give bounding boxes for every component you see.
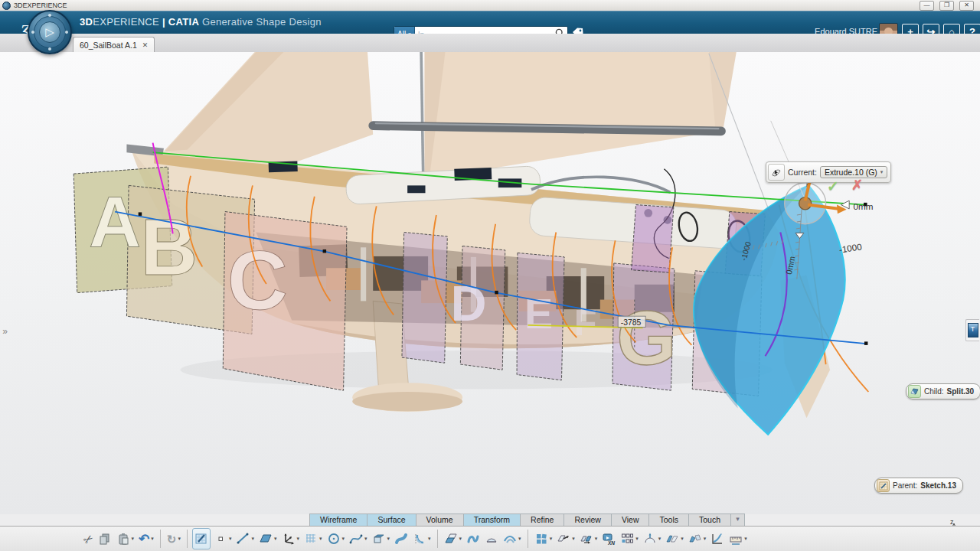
restore-button[interactable]: ❐ bbox=[939, 1, 954, 11]
flip-button[interactable]: ▾ bbox=[642, 529, 663, 549]
offset-button[interactable]: ▾ bbox=[443, 529, 464, 549]
copy-icon bbox=[98, 532, 112, 546]
chevron-down-icon: ▾ bbox=[595, 536, 598, 542]
document-tab-strip: 60_SailBoat A.1 ✕ ◂ ▸ bbox=[0, 34, 980, 53]
point-button[interactable]: ▾ bbox=[212, 529, 234, 549]
line-icon bbox=[236, 532, 250, 546]
line-button[interactable]: ▾ bbox=[234, 529, 256, 549]
close-icon[interactable]: ✕ bbox=[142, 41, 149, 49]
tab-transform[interactable]: Transform bbox=[463, 514, 521, 526]
tab-tools[interactable]: Tools bbox=[648, 514, 689, 526]
revolve-button[interactable]: ▾ bbox=[411, 529, 433, 549]
styled-sweep-button[interactable] bbox=[465, 529, 482, 549]
tree-icon: T bbox=[968, 323, 978, 337]
sketch-feature-icon bbox=[877, 479, 890, 492]
document-tab[interactable]: 60_SailBoat A.1 ✕ bbox=[73, 37, 155, 52]
tab-volume[interactable]: Volume bbox=[416, 514, 464, 526]
axis-system-button[interactable]: ▾ bbox=[280, 529, 302, 549]
plane-button[interactable]: ▾ bbox=[257, 529, 279, 549]
undo-icon: ↶ bbox=[139, 533, 149, 545]
split-feature-icon bbox=[908, 385, 921, 398]
paste-icon bbox=[116, 532, 130, 546]
chevron-down-icon: ▾ bbox=[274, 536, 277, 542]
cut-icon: ✂ bbox=[81, 531, 96, 546]
spline-button[interactable]: ▾ bbox=[348, 529, 369, 549]
svg-text:G: G bbox=[616, 295, 676, 380]
chevron-more-icon[interactable]: ▾ bbox=[730, 514, 745, 526]
chevron-down-icon: ▾ bbox=[550, 536, 553, 542]
pattern-button[interactable]: ▾ bbox=[533, 529, 554, 549]
catalog-button[interactable]: ▾ bbox=[619, 529, 640, 549]
sweep-button[interactable] bbox=[393, 529, 410, 549]
parent-feature-tag[interactable]: Parent: Sketch.13 bbox=[874, 478, 963, 494]
svg-text:A: A bbox=[89, 182, 141, 262]
trim-button[interactable]: ▾ bbox=[687, 529, 708, 549]
sketch-button[interactable] bbox=[192, 528, 211, 549]
circle-button[interactable]: ▾ bbox=[325, 529, 347, 549]
grid-button[interactable]: ▾ bbox=[302, 529, 324, 549]
instantiate-button[interactable]: XN bbox=[600, 529, 617, 549]
close-button[interactable]: ✕ bbox=[959, 1, 974, 11]
undo-button[interactable]: ↶▾ bbox=[137, 529, 155, 549]
chevron-down-icon: ▾ bbox=[151, 536, 154, 542]
panel-expander[interactable]: » bbox=[0, 321, 10, 341]
measure-button[interactable]: ▾ bbox=[727, 529, 749, 549]
viewport-3d[interactable]: A B C D E F G bbox=[0, 52, 980, 514]
chevron-down-icon: ▾ bbox=[459, 536, 462, 542]
application-window: 3DEXPERIENCE — ❐ ✕ Ʒs 3DEXPERIENCE | CAT… bbox=[0, 0, 980, 551]
chevron-down-icon: ▾ bbox=[704, 536, 707, 542]
chevron-down-icon: ▾ bbox=[229, 536, 232, 542]
extrapolate-button[interactable] bbox=[709, 529, 726, 549]
paste-button[interactable]: ▾ bbox=[115, 529, 136, 549]
chevron-down-icon: ▾ bbox=[319, 536, 322, 542]
svg-text:-1000: -1000 bbox=[838, 241, 863, 254]
child-feature-tag[interactable]: Child: Split.30 bbox=[906, 383, 980, 399]
update-button[interactable]: ↻▾ bbox=[165, 529, 182, 549]
tab-surface[interactable]: Surface bbox=[367, 514, 416, 526]
window-title: 3DEXPERIENCE bbox=[14, 2, 67, 9]
fill-icon bbox=[485, 532, 498, 546]
tab-review[interactable]: Review bbox=[564, 514, 611, 526]
tab-wireframe[interactable]: Wireframe bbox=[309, 514, 368, 526]
pattern-icon bbox=[534, 532, 548, 546]
chevron-down-icon: ▾ bbox=[635, 536, 639, 542]
toolbar-separator bbox=[437, 530, 438, 548]
ok-check-icon[interactable]: ✓ bbox=[827, 178, 839, 195]
sweep-icon bbox=[394, 532, 408, 546]
translate-button[interactable]: ▾ bbox=[578, 529, 599, 549]
fill-button[interactable] bbox=[483, 529, 500, 549]
plane-icon bbox=[259, 532, 273, 546]
chevron-down-icon: ▾ bbox=[744, 536, 747, 542]
extrude-button[interactable]: ▾ bbox=[371, 529, 392, 549]
tab-touch[interactable]: Touch bbox=[688, 514, 731, 526]
blend-button[interactable]: ▾ bbox=[501, 529, 523, 549]
svg-text:0mm: 0mm bbox=[854, 201, 874, 211]
svg-text:B: B bbox=[140, 203, 198, 292]
cancel-x-icon[interactable]: ✗ bbox=[851, 177, 863, 194]
tab-view[interactable]: View bbox=[611, 514, 650, 526]
chevron-down-icon: ▾ bbox=[251, 536, 254, 542]
chevron-down-icon: ▾ bbox=[572, 536, 575, 542]
chevron-down-icon: ▾ bbox=[518, 536, 521, 542]
tab-refine[interactable]: Refine bbox=[520, 514, 564, 526]
copy-button[interactable] bbox=[96, 529, 113, 549]
chevron-down-icon: ▾ bbox=[297, 536, 300, 542]
cut-button[interactable]: ✂ bbox=[82, 529, 95, 549]
minimize-button[interactable]: — bbox=[920, 1, 934, 11]
tree-panel-tab[interactable]: T bbox=[965, 319, 979, 341]
compass-widget[interactable]: ▷ bbox=[28, 10, 72, 54]
current-label: Current: bbox=[788, 168, 817, 177]
chevron-down-icon: ▾ bbox=[880, 169, 884, 175]
app-header: Ʒs 3DEXPERIENCE | CATIA Generative Shape… bbox=[0, 11, 980, 34]
sailboat-scene: A B C D E F G bbox=[0, 52, 980, 514]
symmetry-button[interactable]: ▾ bbox=[555, 529, 577, 549]
chevron-down-icon: ▾ bbox=[681, 536, 684, 542]
svg-text:XN: XN bbox=[607, 540, 615, 546]
instantiate-icon: XN bbox=[602, 532, 616, 546]
svg-text:z: z bbox=[950, 518, 954, 526]
play-icon[interactable]: ▷ bbox=[39, 21, 60, 43]
brand-title: 3DEXPERIENCE | CATIA Generative Shape De… bbox=[80, 16, 322, 28]
spline-icon bbox=[349, 532, 363, 546]
split-button[interactable]: ▾ bbox=[664, 529, 685, 549]
blend-icon bbox=[503, 532, 517, 546]
